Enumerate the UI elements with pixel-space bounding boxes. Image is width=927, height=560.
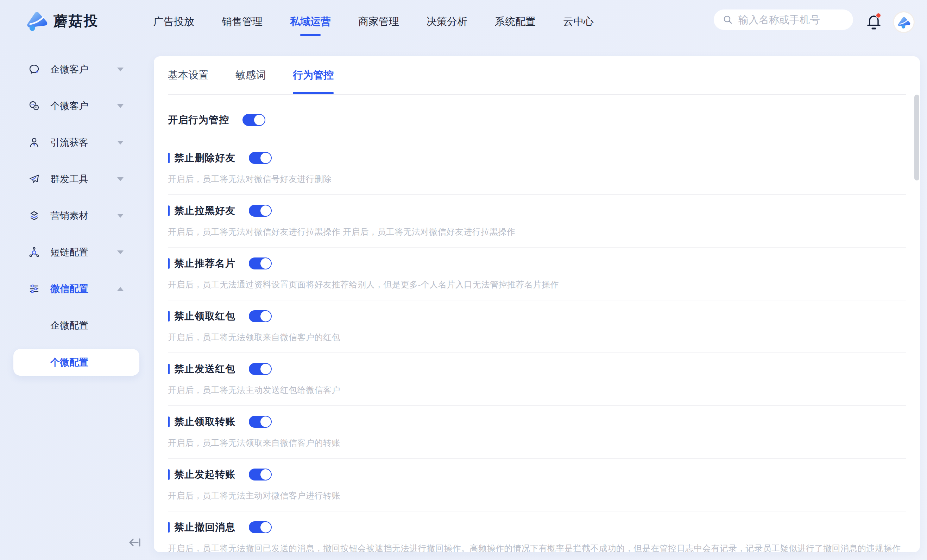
notification-dot [876,13,881,18]
rule-accent-bar [168,416,170,427]
chat-icon [29,64,40,75]
sidebar-item-mass-send[interactable]: 群发工具 [0,161,148,197]
search-icon [723,15,733,24]
sidebar-item-label: 营销素材 [50,209,88,222]
sidebar-item-label: 个微客户 [50,100,88,112]
tab-behavior-control[interactable]: 行为管控 [293,56,334,94]
top-nav: 广告投放 销售管理 私域运营 商家管理 决策分析 系统配置 云中心 [153,0,594,44]
rule-accent-bar [168,205,170,216]
sidebar-item-gewei-customer[interactable]: 个微客户 [0,88,148,124]
sidebar-item-label: 引流获客 [50,136,88,149]
toggle-forbid-receive-transfer[interactable] [249,416,272,428]
master-toggle-label: 开启行为管控 [168,113,229,127]
rule-accent-bar [168,153,170,163]
app-logo: 蘑菇投 [25,11,99,31]
rule-title: 禁止领取红包 [174,310,236,323]
collapse-sidebar-button[interactable] [127,536,143,551]
link-icon [29,247,40,258]
rule-row-blacklist-friend: 禁止拉黑好友 开启后，员工将无法对微信好友进行拉黑操作 开启后，员工将无法对微信… [168,195,906,247]
sidebar-subitem-gewei-config[interactable]: 个微配置 [14,349,139,376]
toggle-forbid-receive-redpacket[interactable] [249,310,272,322]
rule-title: 禁止领取转账 [174,415,236,428]
toggle-knob [260,469,271,480]
global-search[interactable] [714,9,853,30]
sliders-icon [29,283,40,294]
rule-description: 开启后，员工将无法撤回已发送的消息，撤回按钮会被遮挡无法进行撤回操作。高频操作的… [168,543,906,552]
nav-item-system[interactable]: 系统配置 [495,0,536,44]
rule-row-delete-friend: 禁止删除好友 开启后，员工将无法对微信号好友进行删除 [168,142,906,195]
rule-row-receive-transfer: 禁止领取转账 开启后，员工将无法领取来自微信客户的转账 [168,406,906,459]
tab-basic-settings[interactable]: 基本设置 [168,56,209,94]
search-input[interactable] [738,14,845,26]
toggle-knob [260,258,271,269]
toggle-forbid-send-redpacket[interactable] [249,363,272,375]
tab-sensitive-words[interactable]: 敏感词 [236,56,266,94]
toggle-forbid-delete-friend[interactable] [249,152,272,164]
nav-item-ads[interactable]: 广告投放 [153,0,194,44]
tab-label: 行为管控 [293,68,334,82]
panel-scrollbar[interactable] [914,95,919,181]
chevron-down-icon[interactable] [117,104,123,108]
rule-accent-bar [168,311,170,322]
behavior-control-content: 开启行为管控 禁止删除好友 开启后，员工将无法对微信号好友进行删除 禁止拉黑好友… [154,113,920,552]
rule-description: 开启后，员工将无法主动对微信客户进行转账 [168,490,906,501]
active-tab-underline [293,92,334,94]
avatar[interactable] [894,12,913,32]
notification-bell[interactable] [866,13,882,31]
logo-icon [25,11,48,31]
chevron-up-icon[interactable] [117,287,123,291]
rules-list: 禁止删除好友 开启后，员工将无法对微信号好友进行删除 禁止拉黑好友 开启后，员工… [168,142,906,552]
rule-row-initiate-transfer: 禁止发起转账 开启后，员工将无法主动对微信客户进行转账 [168,459,906,511]
sidebar-item-lead-acquisition[interactable]: 引流获客 [0,124,148,161]
chevron-down-icon[interactable] [117,250,123,254]
toggle-knob [260,416,271,427]
chevron-down-icon[interactable] [117,141,123,144]
rule-row-recall-message: 禁止撤回消息 开启后，员工将无法撤回已发送的消息，撤回按钮会被遮挡无法进行撤回操… [168,511,906,552]
toggle-knob [260,522,271,533]
nav-item-private-domain[interactable]: 私域运营 [290,0,331,44]
toggle-forbid-recommend-card[interactable] [249,258,272,269]
nav-item-sales[interactable]: 销售管理 [222,0,263,44]
layers-icon [29,210,40,221]
settings-tabs: 基本设置 敏感词 行为管控 [168,56,906,95]
rule-description: 开启后，员工将无法领取来自微信客户的红包 [168,332,906,343]
sidebar-item-label: 群发工具 [50,173,88,185]
toggle-knob [260,205,271,216]
toggle-forbid-initiate-transfer[interactable] [249,469,272,481]
nav-item-analysis[interactable]: 决策分析 [427,0,467,44]
rule-row-send-redpacket: 禁止发送红包 开启后，员工将无法主动发送红包给微信客户 [168,353,906,406]
toggle-forbid-blacklist-friend[interactable] [249,205,272,217]
active-nav-underline [300,34,321,36]
avatar-logo-icon [897,16,910,29]
rule-row-receive-redpacket: 禁止领取红包 开启后，员工将无法领取来自微信客户的红包 [168,300,906,353]
chevron-down-icon[interactable] [117,214,123,218]
chevron-down-icon[interactable] [117,68,123,71]
sidebar: 企微客户 个微客户 引流获客 群发工具 [0,51,148,376]
sidebar-item-marketing-material[interactable]: 营销素材 [0,197,148,234]
wechat-icon [29,100,40,111]
toggle-knob [260,364,271,374]
rule-accent-bar [168,258,170,269]
toggle-behavior-control[interactable] [243,114,265,126]
sidebar-subitem-qiwei-config[interactable]: 企微配置 [0,307,148,344]
master-toggle-row: 开启行为管控 [168,113,906,127]
sidebar-item-label: 企微客户 [50,63,88,76]
nav-item-merchant[interactable]: 商家管理 [358,0,399,44]
nav-item-cloud[interactable]: 云中心 [563,0,594,44]
rule-description: 开启后，员工将无法对微信好友进行拉黑操作 开启后，员工将无法对微信好友进行拉黑操… [168,226,906,237]
chevron-down-icon[interactable] [117,177,123,181]
rule-title: 禁止发送红包 [174,362,236,376]
toggle-knob [260,311,271,322]
nav-item-label: 私域运营 [290,15,331,29]
top-header: 蘑菇投 广告投放 销售管理 私域运营 商家管理 决策分析 系统配置 云中心 [0,0,927,44]
sidebar-item-shortlink-config[interactable]: 短链配置 [0,234,148,270]
sidebar-item-qiwei-customer[interactable]: 企微客户 [0,51,148,88]
rule-title: 禁止推荐名片 [174,257,236,270]
logo-text: 蘑菇投 [53,11,99,30]
rule-description: 开启后，员工将无法对微信号好友进行删除 [168,173,906,185]
rule-description: 开启后，员工将无法主动发送红包给微信客户 [168,384,906,396]
toggle-forbid-recall-message[interactable] [249,521,272,533]
sidebar-item-wechat-config[interactable]: 微信配置 [0,270,148,307]
sidebar-item-label: 短链配置 [50,246,88,258]
collapse-sidebar-icon [127,536,143,549]
